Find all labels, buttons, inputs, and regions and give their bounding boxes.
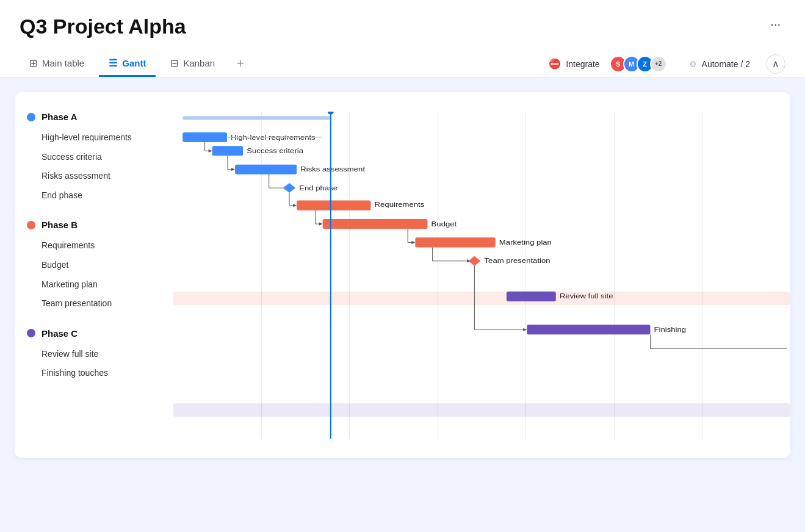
gantt-container: Phase A High-level requirements Success … — [15, 92, 790, 458]
grid-col — [615, 112, 703, 439]
tab-bar: ⊞ Main table ☰ Gantt ⊟ Kanban + — [20, 51, 251, 77]
list-item: Team presentation — [27, 294, 161, 314]
automate-icon: ⚙ — [689, 59, 697, 69]
grid-col — [262, 112, 350, 439]
phase-a-header: Phase A — [27, 112, 161, 122]
phase-b-group: Phase B Requirements Budget Marketing pl… — [27, 220, 161, 313]
add-tab-button[interactable]: + — [229, 51, 251, 77]
gantt-chart: High-level requirements Success criteria… — [173, 112, 790, 439]
list-item: Budget — [27, 256, 161, 275]
phase-c-summary-bg — [173, 403, 790, 417]
list-item: Success criteria — [27, 148, 161, 167]
automate-button[interactable]: ⚙ Automate / 2 — [683, 56, 756, 73]
list-item: End phase — [27, 186, 161, 206]
integrate-button[interactable]: ⛔ Integrate S M Z +2 — [543, 52, 673, 76]
grid-col — [526, 112, 615, 439]
phase-a-group: Phase A High-level requirements Success … — [27, 112, 161, 205]
avatar-count: +2 — [650, 56, 667, 73]
phase-c-group: Phase C Review full site Finishing touch… — [27, 328, 161, 383]
list-item: Finishing touches — [27, 364, 161, 383]
more-options-button[interactable]: ··· — [765, 15, 785, 34]
phase-b-header: Phase B — [27, 220, 161, 230]
grid-col — [350, 112, 438, 439]
tab-kanban[interactable]: ⊟ Kanban — [161, 51, 225, 77]
list-item: Review full site — [27, 345, 161, 364]
tab-main-table[interactable]: ⊞ Main table — [20, 51, 94, 77]
list-item: Risks assessment — [27, 167, 161, 186]
phase-a-dot — [27, 113, 35, 121]
phase-b-dot — [27, 221, 35, 229]
kanban-icon: ⊟ — [170, 57, 178, 69]
collapse-button[interactable]: ∧ — [766, 54, 785, 74]
grid-col — [702, 112, 790, 439]
gantt-grid — [173, 112, 790, 439]
phase-c-dot — [27, 329, 35, 337]
task-list: Phase A High-level requirements Success … — [15, 112, 173, 439]
integrate-icon: ⛔ — [549, 58, 561, 70]
grid-col — [438, 112, 527, 439]
gantt-icon: ☰ — [109, 57, 117, 69]
list-item: Requirements — [27, 236, 161, 256]
list-item: Marketing plan — [27, 275, 161, 295]
tab-gantt[interactable]: ☰ Gantt — [99, 51, 156, 77]
project-title: Q3 Project Alpha — [20, 15, 186, 38]
integration-avatars: S M Z +2 — [605, 56, 667, 73]
phase-c-header: Phase C — [27, 328, 161, 339]
grid-col — [173, 112, 262, 439]
main-table-icon: ⊞ — [29, 57, 37, 69]
list-item: High-level requirements — [27, 128, 161, 148]
phase-b-summary-bg — [173, 292, 790, 305]
